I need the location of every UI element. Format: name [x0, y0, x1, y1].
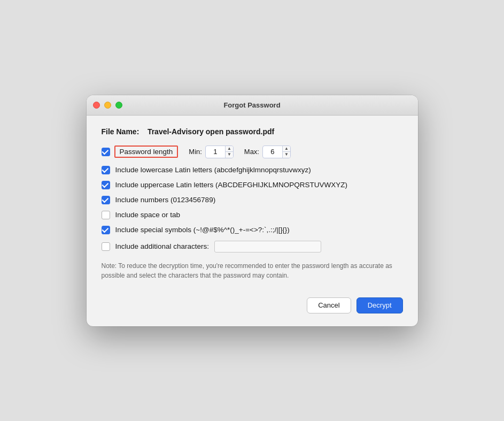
min-label: Min:	[189, 148, 202, 156]
password-length-checkbox-wrapper[interactable]: Password length	[102, 146, 179, 158]
min-input[interactable]	[206, 148, 225, 156]
note-text: Note: To reduce the decryption time, you…	[102, 261, 403, 280]
option-uppercase-checkbox[interactable]	[102, 181, 110, 189]
option-uppercase-checkbox-wrapper[interactable]	[102, 181, 110, 189]
dialog-window: Forgot Password File Name: Travel-Adviso…	[87, 95, 418, 326]
password-length-checkbox[interactable]	[102, 148, 110, 156]
min-spinner[interactable]: ▲ ▼	[205, 146, 234, 158]
option-space-label: Include space or tab	[115, 211, 181, 219]
option-lowercase-row: Include lowercase Latin letters (abcdefg…	[102, 166, 403, 174]
option-lowercase-checkbox[interactable]	[102, 166, 110, 174]
option-additional-label: Include additional characters:	[115, 242, 210, 250]
max-up-arrow[interactable]: ▲	[283, 146, 290, 152]
max-down-arrow[interactable]: ▼	[283, 152, 290, 158]
option-uppercase-row: Include uppercase Latin letters (ABCDEFG…	[102, 181, 403, 189]
option-numbers-row: Include numbers (0123456789)	[102, 196, 403, 204]
option-special-row: Include special symbols (~!@#$%^*()_+-=<…	[102, 226, 403, 234]
maximize-button[interactable]	[115, 102, 122, 109]
file-name-value: Travel-Advisory open password.pdf	[148, 127, 274, 136]
option-numbers-checkbox-wrapper[interactable]	[102, 196, 110, 204]
option-space-checkbox[interactable]	[102, 211, 110, 219]
option-space-row: Include space or tab	[102, 211, 403, 219]
option-special-checkbox[interactable]	[102, 226, 110, 234]
option-additional-row: Include additional characters:	[102, 241, 403, 252]
max-input[interactable]	[263, 148, 282, 156]
additional-chars-input[interactable]	[214, 241, 321, 252]
option-lowercase-checkbox-wrapper[interactable]	[102, 166, 110, 174]
min-up-arrow[interactable]: ▲	[226, 146, 233, 152]
min-spinner-arrows: ▲ ▼	[225, 146, 233, 158]
min-group: Min: ▲ ▼	[189, 146, 233, 158]
file-name-label: File Name:	[102, 127, 139, 136]
option-special-checkbox-wrapper[interactable]	[102, 226, 110, 234]
file-name-row: File Name: Travel-Advisory open password…	[102, 127, 403, 136]
option-lowercase-label: Include lowercase Latin letters (abcdefg…	[115, 166, 311, 174]
option-additional-checkbox-wrapper[interactable]	[102, 242, 110, 251]
window-title: Forgot Password	[223, 101, 280, 109]
decrypt-button[interactable]: Decrypt	[356, 297, 403, 313]
max-group: Max: ▲ ▼	[244, 146, 291, 158]
option-numbers-checkbox[interactable]	[102, 196, 110, 204]
cancel-button[interactable]: Cancel	[307, 297, 351, 313]
max-label: Max:	[244, 148, 259, 156]
max-spinner[interactable]: ▲ ▼	[262, 146, 291, 158]
option-numbers-label: Include numbers (0123456789)	[115, 196, 216, 204]
password-length-row: Password length Min: ▲ ▼ Max: ▲	[102, 146, 403, 158]
button-row: Cancel Decrypt	[102, 295, 403, 313]
traffic-lights	[93, 102, 122, 109]
minimize-button[interactable]	[104, 102, 111, 109]
min-down-arrow[interactable]: ▼	[226, 152, 233, 158]
max-spinner-arrows: ▲ ▼	[282, 146, 290, 158]
option-additional-checkbox[interactable]	[102, 242, 110, 251]
password-length-label: Password length	[114, 146, 179, 158]
option-space-checkbox-wrapper[interactable]	[102, 211, 110, 219]
close-button[interactable]	[93, 102, 100, 109]
title-bar: Forgot Password	[87, 95, 418, 116]
dialog-content: File Name: Travel-Advisory open password…	[87, 116, 418, 326]
option-uppercase-label: Include uppercase Latin letters (ABCDEFG…	[115, 181, 347, 189]
option-special-label: Include special symbols (~!@#$%^*()_+-=<…	[115, 226, 290, 234]
